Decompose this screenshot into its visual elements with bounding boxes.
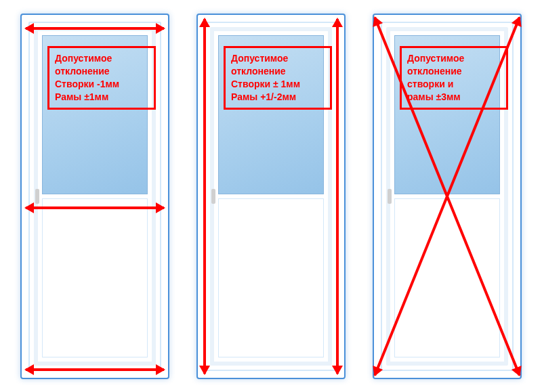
- arrow-horizontal-top: [26, 27, 164, 30]
- door-panel: [394, 198, 500, 357]
- label-line: рамы ±3мм: [407, 91, 461, 102]
- arrow-vertical-right: [336, 19, 339, 374]
- label-line: Допустимое: [231, 53, 288, 64]
- door-panel: [218, 198, 324, 357]
- arrow-horizontal-bottom: [26, 368, 164, 371]
- door-handle: [388, 189, 392, 204]
- label-line: Допустимое: [55, 53, 112, 64]
- door-panel: [42, 198, 148, 357]
- tolerance-label: Допустимое отклонение створки и рамы ±3м…: [400, 46, 508, 110]
- label-line: Рамы +1/-2мм: [231, 91, 296, 102]
- label-line: отклонение: [407, 66, 462, 77]
- label-line: отклонение: [55, 66, 110, 77]
- door-handle: [35, 189, 39, 204]
- label-line: Допустимое: [407, 53, 464, 64]
- arrow-vertical-left: [203, 19, 206, 374]
- label-line: отклонение: [231, 66, 286, 77]
- label-line: Створки ± 1мм: [231, 79, 300, 89]
- label-line: Створки -1мм: [55, 79, 119, 89]
- tolerance-label: Допустимое отклонение Створки -1мм Рамы …: [47, 46, 156, 110]
- tolerance-label: Допустимое отклонение Створки ± 1мм Рамы…: [224, 46, 332, 110]
- label-line: створки и: [407, 79, 453, 89]
- arrow-horizontal-middle: [26, 206, 164, 209]
- door-diagram-3: Допустимое отклонение створки и рамы ±3м…: [373, 14, 522, 379]
- door-diagram-1: Допустимое отклонение Створки -1мм Рамы …: [20, 14, 169, 379]
- label-line: Рамы ±1мм: [55, 91, 108, 102]
- door-handle: [211, 189, 215, 204]
- door-diagram-2: Допустимое отклонение Створки ± 1мм Рамы…: [196, 14, 346, 379]
